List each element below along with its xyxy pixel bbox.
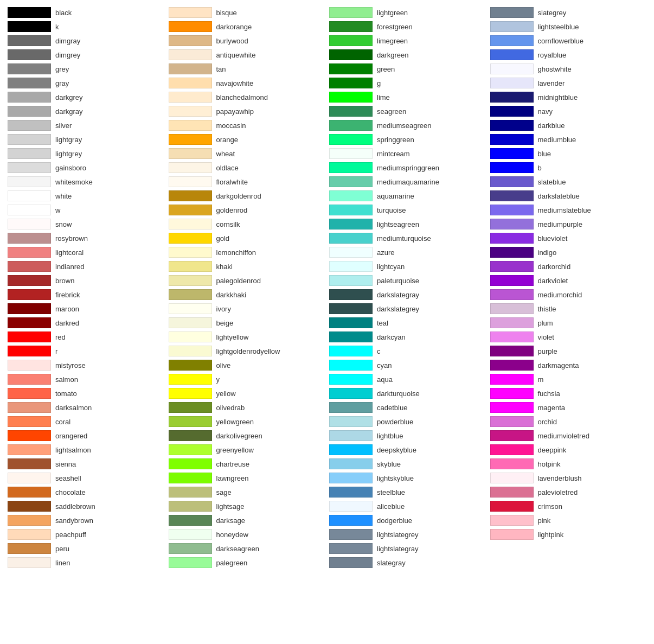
list-item: r	[5, 344, 166, 358]
color-swatch	[490, 444, 534, 455]
color-swatch	[169, 487, 212, 498]
color-name: lightslategrey	[377, 531, 419, 539]
color-swatch	[169, 388, 212, 399]
color-swatch	[490, 501, 534, 512]
color-swatch	[8, 205, 51, 215]
color-name: burlywood	[216, 37, 248, 45]
color-name: m	[538, 375, 544, 384]
color-swatch	[169, 261, 212, 272]
list-item: lightslategrey	[327, 527, 488, 541]
color-swatch	[490, 78, 534, 88]
color-name: aqua	[377, 375, 393, 384]
list-item: lightpink	[488, 527, 649, 541]
color-name: hotpink	[538, 460, 561, 468]
list-item: lightcyan	[327, 259, 488, 273]
color-swatch	[329, 402, 373, 413]
color-swatch	[8, 134, 51, 145]
list-item: darkmagenta	[488, 358, 649, 372]
list-item: greenyellow	[166, 443, 328, 457]
color-swatch	[8, 557, 51, 568]
list-item: darksage	[166, 513, 328, 527]
color-swatch	[490, 402, 534, 413]
color-swatch	[169, 21, 212, 32]
color-swatch	[329, 360, 373, 371]
color-name: lemonchiffon	[216, 248, 256, 257]
color-name: darkmagenta	[538, 361, 579, 369]
color-name: whitesmoke	[55, 178, 93, 186]
color-name: bisque	[216, 9, 237, 17]
color-swatch	[169, 205, 212, 215]
color-swatch	[8, 176, 51, 187]
color-name: peachpuff	[55, 531, 86, 539]
list-item: peachpuff	[5, 527, 166, 541]
color-swatch	[329, 176, 373, 187]
color-swatch	[169, 148, 212, 159]
color-swatch	[169, 106, 212, 117]
list-item: floralwhite	[166, 175, 328, 189]
color-swatch	[8, 515, 51, 526]
list-item: darkslategrey	[327, 302, 488, 316]
list-item: m	[488, 372, 649, 386]
list-item: turquoise	[327, 203, 488, 217]
list-item: darkorchid	[488, 259, 649, 273]
color-name: lightseagreen	[377, 220, 419, 228]
color-name: mediumturquoise	[377, 234, 431, 243]
list-item: sandybrown	[5, 513, 166, 527]
color-swatch	[169, 543, 212, 554]
color-name: lawngreen	[216, 474, 249, 482]
color-name: rosybrown	[55, 234, 88, 243]
list-item: aquamarine	[327, 189, 488, 203]
list-item: seashell	[5, 471, 166, 485]
color-name: lightyellow	[216, 333, 249, 341]
color-name: paleturquoise	[377, 277, 419, 285]
color-name: seagreen	[377, 107, 406, 116]
color-name: darkblue	[538, 122, 565, 130]
color-name: slategrey	[538, 9, 567, 17]
color-swatch	[490, 303, 534, 314]
color-swatch	[490, 416, 534, 427]
list-item: ivory	[166, 302, 328, 316]
list-item: sienna	[5, 457, 166, 471]
color-name: darkgrey	[55, 93, 83, 101]
list-item: mediumslateblue	[488, 203, 649, 217]
color-swatch	[329, 247, 373, 258]
list-item: mediumpurple	[488, 217, 649, 231]
color-swatch	[490, 388, 534, 399]
list-item: lightskyblue	[327, 471, 488, 485]
color-name: darkslateblue	[538, 192, 580, 200]
color-swatch	[490, 176, 534, 187]
color-swatch	[8, 190, 51, 201]
color-swatch	[169, 402, 212, 413]
list-item: darkolivegreen	[166, 429, 328, 443]
list-item: lightgray	[5, 132, 166, 146]
color-swatch	[169, 346, 212, 356]
list-item: slateblue	[488, 175, 649, 189]
color-swatch	[329, 529, 373, 540]
list-item: springgreen	[327, 132, 488, 146]
list-item: indigo	[488, 245, 649, 259]
list-item: blueviolet	[488, 231, 649, 245]
color-swatch	[490, 261, 534, 272]
color-swatch	[490, 92, 534, 103]
list-item: mediumturquoise	[327, 231, 488, 245]
color-swatch	[8, 487, 51, 498]
list-item: b	[488, 161, 649, 175]
color-swatch	[490, 106, 534, 117]
color-swatch	[169, 63, 212, 74]
color-name: yellowgreen	[216, 418, 254, 426]
color-name: aliceblue	[377, 502, 405, 511]
color-swatch	[169, 473, 212, 483]
list-item: gainsboro	[5, 161, 166, 175]
color-swatch	[8, 501, 51, 512]
color-name: peru	[55, 545, 69, 553]
list-item: lightslategray	[327, 541, 488, 556]
color-name: cyan	[377, 361, 392, 369]
list-item: dodgerblue	[327, 513, 488, 527]
list-item: palevioletred	[488, 485, 649, 499]
list-item: lawngreen	[166, 471, 328, 485]
color-swatch	[329, 289, 373, 300]
color-name: khaki	[216, 263, 233, 271]
color-swatch	[169, 247, 212, 258]
color-swatch	[169, 190, 212, 201]
color-name: indianred	[55, 263, 85, 271]
